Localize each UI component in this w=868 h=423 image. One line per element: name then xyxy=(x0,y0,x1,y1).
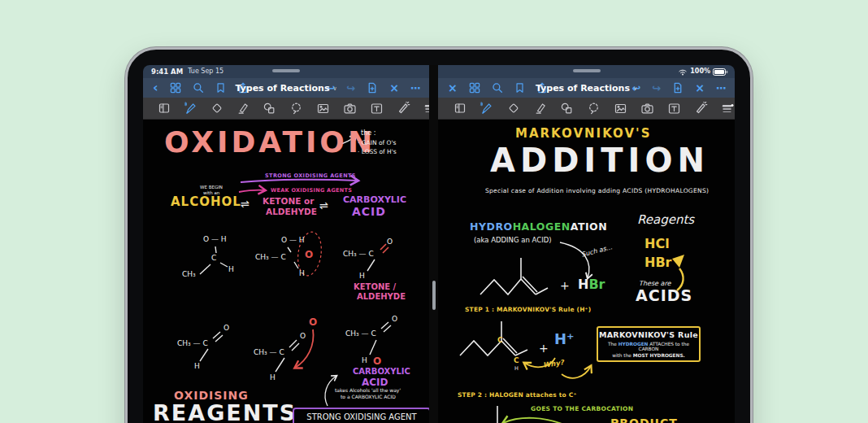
ink-text: WE BEGIN xyxy=(200,185,223,190)
lasso-tool-icon[interactable] xyxy=(587,102,601,116)
ink-atom: CH₃ — C xyxy=(177,340,208,347)
ink-text: WEAK OXIDISING AGENTS xyxy=(271,188,352,194)
ink-text: ACID xyxy=(352,206,386,217)
rule-box-title: MARKOVNIKOV'S Rule xyxy=(598,331,699,339)
ink-atom: H xyxy=(362,357,367,364)
battery-percent: 100% xyxy=(690,68,710,75)
shapes-tool-icon[interactable] xyxy=(560,102,574,116)
stroke-style-icon[interactable] xyxy=(721,102,735,116)
text-tool-icon[interactable] xyxy=(370,102,384,116)
highlighter-tool-icon[interactable] xyxy=(237,102,250,116)
close-icon[interactable]: × xyxy=(695,82,705,94)
thumbnails-grid-icon[interactable] xyxy=(469,82,480,94)
document-title[interactable]: Types of Reactions ∨ xyxy=(536,83,637,94)
status-bar-left: 9:41 AM Tue Sep 15 xyxy=(143,65,429,78)
chevron-down-icon: ∨ xyxy=(332,85,336,91)
ink-text: H xyxy=(578,277,588,292)
ink-atom-red-o: O xyxy=(309,317,317,327)
search-icon[interactable] xyxy=(492,82,503,94)
ink-text: ⇌ xyxy=(319,200,328,211)
ink-atom: O xyxy=(224,325,229,332)
window-grabber[interactable] xyxy=(573,69,601,72)
window-grabber[interactable] xyxy=(272,69,300,72)
sidebar-tool-icon[interactable] xyxy=(453,102,467,116)
ink-text: CARBOXYLIC xyxy=(353,368,410,376)
bookmark-icon[interactable] xyxy=(215,82,226,94)
ink-text: Such as... xyxy=(581,244,614,258)
highlighter-tool-icon[interactable] xyxy=(533,102,547,116)
ink-text: STRONG OXIDISING AGENTS xyxy=(265,173,356,179)
ink-text-hcl: HCl xyxy=(644,238,670,251)
text-tool-icon[interactable] xyxy=(667,102,681,116)
goodnotes-window-left: 9:41 AM Tue Sep 15 ‹ Types of Reactions … xyxy=(143,65,429,423)
redo-icon[interactable]: ↪ xyxy=(652,83,661,94)
tool-bar-left xyxy=(143,98,429,120)
ink-text-reagents: REAGENTS xyxy=(153,402,297,423)
pen-tool-icon[interactable] xyxy=(480,102,493,116)
image-tool-icon[interactable] xyxy=(316,102,330,116)
document-title[interactable]: Types of Reactions ∨ xyxy=(235,83,336,94)
ink-atom: H xyxy=(359,273,365,280)
ink-title-markovnikovs: MARKOVNIKOV'S xyxy=(515,128,651,140)
eraser-tool-icon[interactable] xyxy=(210,102,224,116)
strong-oxidising-agent-box: STRONG OXIDISING AGENT xyxy=(293,408,429,423)
laser-tool-icon[interactable] xyxy=(397,102,410,116)
ink-text-alcohol: ALCOHOL xyxy=(171,196,241,208)
nav-bar-left: ‹ Types of Reactions ∨ ↩ ↪ × ⋯ xyxy=(143,78,429,98)
add-page-icon[interactable] xyxy=(367,82,378,94)
sidebar-tool-icon[interactable] xyxy=(158,102,171,116)
ipad-device: 9:41 AM Tue Sep 15 ‹ Types of Reactions … xyxy=(125,47,753,423)
add-page-icon[interactable] xyxy=(672,82,684,94)
ink-text: + xyxy=(539,342,549,354)
camera-tool-icon[interactable] xyxy=(343,102,357,116)
ink-atom: CH₃ — C xyxy=(343,251,374,258)
search-icon[interactable] xyxy=(193,82,204,94)
laser-tool-icon[interactable] xyxy=(694,102,708,116)
ink-text: ALDEHYDE xyxy=(357,293,406,301)
note-canvas-left[interactable]: OXIDATION the : · GAIN of O's · LOSS of … xyxy=(143,120,429,423)
camera-tool-icon[interactable] xyxy=(640,102,654,116)
note-canvas-right[interactable]: MARKOVNIKOV'S ADDITION Special case of A… xyxy=(438,120,735,423)
ink-atom-red-o: O xyxy=(373,356,381,366)
ink-atom: O — H xyxy=(203,236,227,243)
ink-text: the : xyxy=(361,130,375,137)
ink-title-addition: ADDITION xyxy=(490,144,710,177)
rule-box-line1: The HYDROGEN ATTACHES to the CARBON xyxy=(598,342,699,351)
shapes-tool-icon[interactable] xyxy=(263,102,276,116)
ink-text: HALOGEN xyxy=(513,220,571,233)
ink-text: Br xyxy=(588,277,605,292)
close-icon[interactable]: × xyxy=(389,82,399,94)
goodnotes-window-right: 100% × Types of Reactions ∨ ↩ ↪ × ⋯ xyxy=(438,65,735,423)
ink-text: ACID xyxy=(362,377,388,387)
redo-icon[interactable]: ↪ xyxy=(346,83,355,94)
ipad-screen: 9:41 AM Tue Sep 15 ‹ Types of Reactions … xyxy=(143,65,735,423)
ink-atom: C xyxy=(211,255,216,262)
ink-text: ⇌ xyxy=(241,198,250,209)
ink-atom: C xyxy=(514,357,519,364)
ink-text-hplus: H⁺ xyxy=(554,332,575,347)
back-icon[interactable]: ‹ xyxy=(153,81,158,94)
ink-subtitle: Special case of Addition involving addin… xyxy=(485,188,709,194)
ink-text: KETONE / xyxy=(354,283,396,291)
split-view-handle[interactable] xyxy=(432,281,436,310)
thumbnails-grid-icon[interactable] xyxy=(170,82,181,94)
ink-text-hbr: HBr xyxy=(644,256,671,269)
close-icon[interactable]: × xyxy=(448,82,458,94)
bookmark-icon[interactable] xyxy=(514,82,525,94)
pen-tool-icon[interactable] xyxy=(184,102,197,116)
lasso-tool-icon[interactable] xyxy=(289,102,303,116)
image-tool-icon[interactable] xyxy=(614,102,627,116)
ink-atom: O — H xyxy=(281,237,305,244)
ink-title-oxidation: OXIDATION xyxy=(164,128,375,157)
tool-bar-right xyxy=(438,98,735,120)
ink-atom: H xyxy=(299,270,305,277)
more-icon[interactable]: ⋯ xyxy=(410,83,421,94)
more-icon[interactable]: ⋯ xyxy=(716,83,727,94)
nav-bar-right: × Types of Reactions ∨ ↩ ↪ × ⋯ xyxy=(438,78,735,98)
ink-atom: O xyxy=(300,333,306,340)
ink-text-acids: ACIDS xyxy=(636,288,692,303)
ink-atom: CH₃ — C xyxy=(345,330,376,338)
ink-text: + xyxy=(560,280,570,291)
eraser-tool-icon[interactable] xyxy=(506,102,520,116)
chevron-down-icon: ∨ xyxy=(633,85,637,91)
